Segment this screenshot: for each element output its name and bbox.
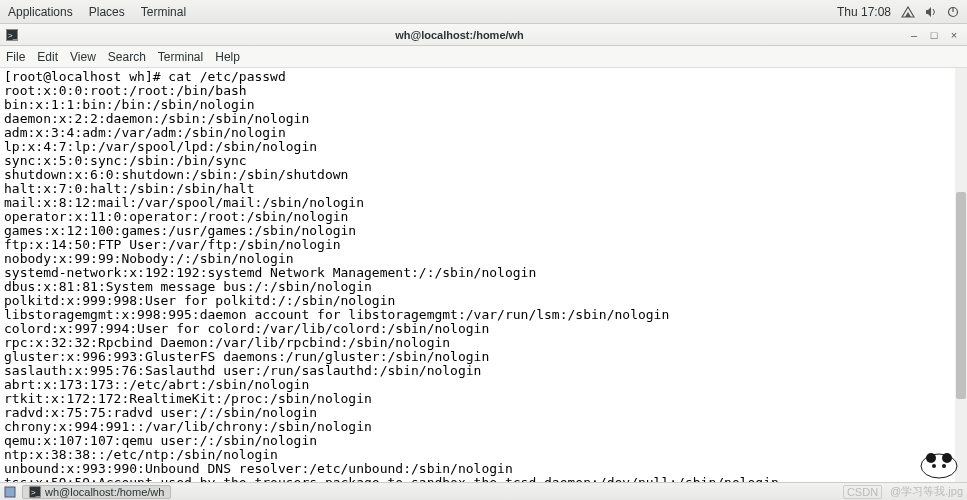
terminal-lines: root:x:0:0:root:/root:/bin/bash bin:x:1:… xyxy=(4,83,779,482)
power-icon[interactable] xyxy=(947,6,959,18)
svg-text:>_: >_ xyxy=(31,488,41,497)
clock-label[interactable]: Thu 17:08 xyxy=(837,5,891,19)
top-menu-places[interactable]: Places xyxy=(89,5,125,19)
terminal-icon: >_ xyxy=(29,486,41,498)
show-desktop-icon[interactable] xyxy=(4,486,16,498)
taskbar-item-label: wh@localhost:/home/wh xyxy=(45,486,164,498)
svg-rect-9 xyxy=(5,487,15,497)
terminal-scrollbar[interactable] xyxy=(955,68,967,482)
watermark-logo-icon xyxy=(917,446,961,480)
svg-point-7 xyxy=(932,464,936,468)
top-menu-terminal[interactable]: Terminal xyxy=(141,5,186,19)
watermark-author: @学习等我.jpg xyxy=(890,484,963,499)
scrollbar-thumb[interactable] xyxy=(956,192,966,399)
network-icon[interactable] xyxy=(901,6,915,18)
svg-point-8 xyxy=(942,464,946,468)
menu-help[interactable]: Help xyxy=(215,50,240,64)
top-panel-right: Thu 17:08 xyxy=(837,5,959,19)
volume-icon[interactable] xyxy=(925,6,937,18)
watermark-csdn: CSDN xyxy=(843,485,882,499)
app-menubar: File Edit View Search Terminal Help xyxy=(0,46,967,68)
window-title: wh@localhost:/home/wh xyxy=(18,29,901,41)
menu-edit[interactable]: Edit xyxy=(37,50,58,64)
terminal-app-icon: >_ xyxy=(6,29,18,41)
bottom-panel-right: CSDN @学习等我.jpg xyxy=(843,484,963,499)
svg-text:>_: >_ xyxy=(8,31,18,40)
top-panel: Applications Places Terminal Thu 17:08 xyxy=(0,0,967,24)
bottom-panel: >_ wh@localhost:/home/wh CSDN @学习等我.jpg xyxy=(0,482,967,500)
svg-point-6 xyxy=(942,453,952,463)
minimize-button[interactable]: – xyxy=(907,29,921,41)
top-menu-applications[interactable]: Applications xyxy=(8,5,73,19)
top-menu-group: Applications Places Terminal xyxy=(8,5,186,19)
menu-file[interactable]: File xyxy=(6,50,25,64)
menu-terminal[interactable]: Terminal xyxy=(158,50,203,64)
taskbar-item-terminal[interactable]: >_ wh@localhost:/home/wh xyxy=(22,485,171,499)
maximize-button[interactable]: □ xyxy=(927,29,941,41)
close-button[interactable]: × xyxy=(947,29,961,41)
svg-point-5 xyxy=(926,453,936,463)
menu-view[interactable]: View xyxy=(70,50,96,64)
terminal-prompt-line: [root@localhost wh]# cat /etc/passwd xyxy=(4,69,286,84)
terminal-output[interactable]: [root@localhost wh]# cat /etc/passwd roo… xyxy=(0,68,967,482)
menu-search[interactable]: Search xyxy=(108,50,146,64)
window-titlebar[interactable]: >_ wh@localhost:/home/wh – □ × xyxy=(0,24,967,46)
